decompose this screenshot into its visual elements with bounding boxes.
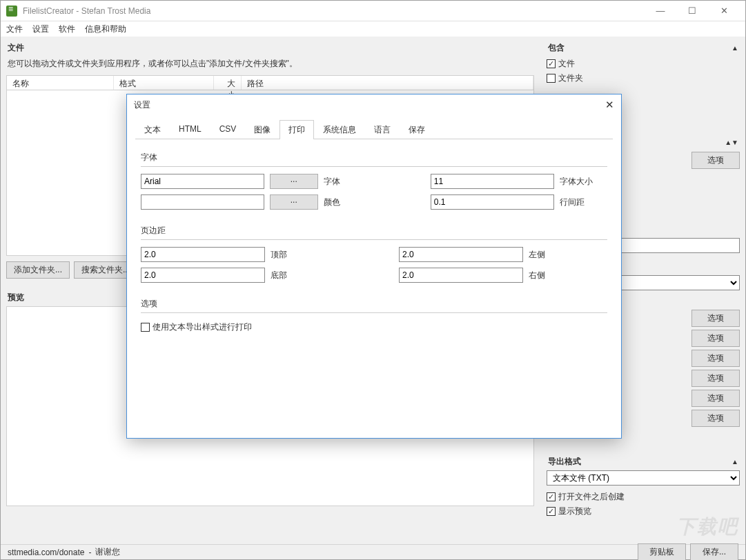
statusbar: sttmedia.com/donate - 谢谢您 剪贴板 保存...: [1, 544, 745, 559]
donate-link[interactable]: sttmedia.com/donate: [8, 548, 84, 557]
col-size[interactable]: 大小: [214, 76, 242, 90]
include-files-checkbox[interactable]: ✓ 文件: [547, 57, 740, 71]
col-name[interactable]: 名称: [7, 76, 114, 90]
margin-right-input[interactable]: [399, 268, 523, 283]
option-button-6[interactable]: 选项: [691, 390, 740, 407]
col-format[interactable]: 格式: [114, 76, 214, 90]
font-size-label: 字体大小: [560, 176, 607, 188]
titlebar: FilelistCreator - Stefan Trost Media — ☐…: [1, 1, 745, 21]
dialog-titlebar: 设置 ✕: [127, 94, 621, 115]
open-after-create-checkbox[interactable]: ✓ 打开文件之后创建: [547, 490, 740, 504]
menu-info[interactable]: 信息和帮助: [85, 23, 126, 35]
window-title: FilelistCreator - Stefan Trost Media: [23, 6, 150, 16]
font-section: 字体 ... 字体 字体大小 ... 颜色 行间距: [141, 149, 607, 210]
option-button-2[interactable]: 选项: [691, 310, 740, 327]
margin-right-label: 右侧: [529, 270, 577, 281]
app-icon: [6, 6, 17, 17]
maximize-button[interactable]: ☐: [676, 1, 708, 21]
margin-left-input[interactable]: [399, 247, 523, 262]
checkbox-icon: [547, 74, 556, 83]
line-spacing-input[interactable]: [431, 194, 554, 210]
tab-save[interactable]: 保存: [400, 120, 434, 139]
preview-title: 预览: [8, 292, 24, 303]
margin-top-input[interactable]: [141, 247, 265, 262]
checkbox-icon: [141, 323, 150, 332]
font-size-input[interactable]: [431, 174, 554, 189]
save-button[interactable]: 保存...: [690, 543, 738, 560]
col-path[interactable]: 路径: [242, 76, 533, 90]
include-panel-header[interactable]: 包含 ▲: [547, 39, 740, 57]
include-folders-checkbox[interactable]: 文件夹: [547, 71, 740, 86]
clipboard-button[interactable]: 剪贴板: [638, 543, 686, 560]
watermark: 下载吧: [676, 514, 738, 540]
font-label: 字体: [324, 176, 371, 188]
line-spacing-label: 行间距: [560, 197, 607, 208]
font-name-input[interactable]: [141, 174, 264, 189]
menu-file[interactable]: 文件: [6, 23, 23, 35]
tab-html[interactable]: HTML: [170, 120, 210, 139]
files-help-text: 您可以拖动文件或文件夹到应用程序，或者你可以点击"添加文件/文件夹搜索"。: [6, 57, 534, 75]
export-panel-header[interactable]: 导出格式 ▲: [547, 453, 740, 470]
collapse-icon: ▲▼: [725, 139, 738, 146]
tab-system[interactable]: 系统信息: [314, 120, 365, 139]
option-button-3[interactable]: 选项: [691, 330, 740, 347]
tab-image[interactable]: 图像: [245, 120, 279, 139]
margin-bottom-input[interactable]: [141, 268, 265, 283]
option-button-4[interactable]: 选项: [691, 350, 740, 367]
tab-text[interactable]: 文本: [135, 120, 170, 139]
options-section: 选项 使用文本导出样式进行打印: [141, 295, 607, 334]
margin-section-header: 页边距: [141, 222, 607, 240]
dialog-title: 设置: [134, 99, 150, 111]
menubar: 文件 设置 软件 信息和帮助: [1, 21, 745, 37]
tab-csv[interactable]: CSV: [210, 120, 246, 139]
tab-print[interactable]: 打印: [279, 120, 314, 139]
dialog-body: 字体 ... 字体 字体大小 ... 颜色 行间距 页边距: [127, 139, 621, 357]
option-button-5[interactable]: 选项: [691, 370, 740, 387]
use-text-style-checkbox[interactable]: 使用文本导出样式进行打印: [141, 320, 607, 334]
export-title: 导出格式: [548, 456, 581, 468]
minimize-button[interactable]: —: [645, 1, 676, 21]
options-section-header: 选项: [141, 295, 607, 313]
margin-section: 页边距 顶部 左侧 底部 右侧: [141, 222, 607, 283]
font-color-input[interactable]: [141, 194, 264, 210]
add-folder-button[interactable]: 添加文件夹...: [6, 261, 70, 279]
include-panel: 包含 ▲ ✓ 文件 文件夹: [547, 39, 740, 86]
files-table-header: 名称 格式 大小 路径: [6, 75, 534, 90]
option-button-1[interactable]: 选项: [691, 152, 740, 169]
dialog-tabs: 文本 HTML CSV 图像 打印 系统信息 语言 保存: [135, 119, 613, 139]
checkbox-icon: ✓: [547, 59, 556, 68]
checkbox-icon: ✓: [547, 507, 556, 516]
export-format-panel: 导出格式 ▲ 文本文件 (TXT) ✓ 打开文件之后创建 ✓ 显示预览: [547, 453, 740, 519]
margin-top-label: 顶部: [271, 249, 340, 261]
margin-bottom-label: 底部: [271, 270, 340, 281]
menu-settings[interactable]: 设置: [32, 23, 49, 35]
margin-left-label: 左侧: [529, 249, 577, 261]
dialog-close-button[interactable]: ✕: [605, 99, 614, 111]
font-section-header: 字体: [141, 149, 607, 167]
checkbox-icon: ✓: [547, 492, 556, 501]
settings-dialog: 设置 ✕ 文本 HTML CSV 图像 打印 系统信息 语言 保存 字体 ...…: [126, 94, 622, 439]
collapse-icon: ▲: [732, 44, 738, 52]
option-button-7[interactable]: 选项: [691, 410, 740, 427]
files-panel-header[interactable]: 文件: [6, 39, 534, 57]
collapse-icon: ▲: [732, 458, 738, 466]
menu-software[interactable]: 软件: [59, 23, 75, 35]
thanks-text: 谢谢您: [95, 546, 120, 558]
window-controls: — ☐ ✕: [645, 1, 740, 21]
tab-language[interactable]: 语言: [365, 120, 400, 139]
font-picker-button[interactable]: ...: [270, 174, 318, 189]
color-label: 颜色: [324, 197, 371, 208]
export-format-select[interactable]: 文本文件 (TXT): [547, 470, 740, 486]
include-panel-title: 包含: [548, 42, 565, 54]
color-picker-button[interactable]: ...: [270, 194, 318, 210]
files-panel-title: 文件: [8, 42, 24, 54]
close-button[interactable]: ✕: [708, 1, 740, 21]
